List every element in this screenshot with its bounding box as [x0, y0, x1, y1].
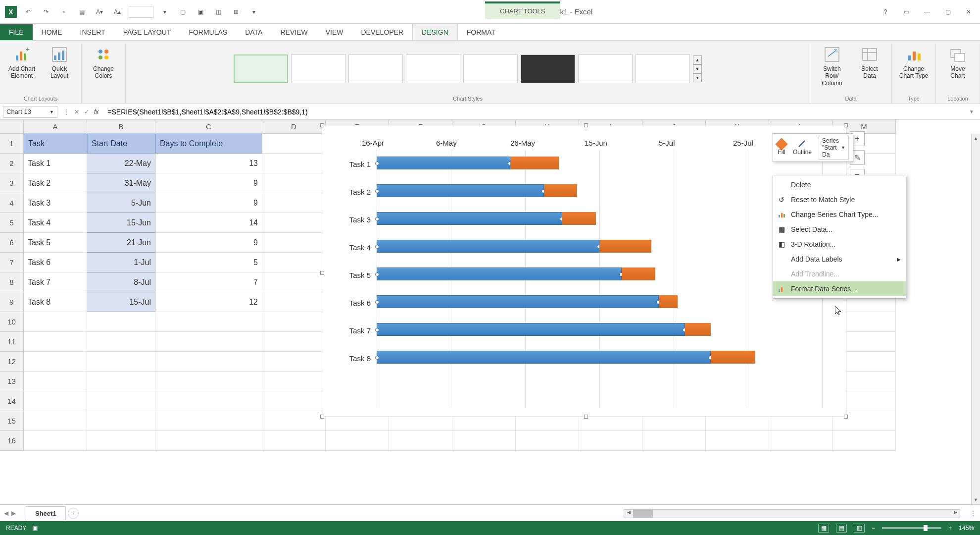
bar-duration-2[interactable]: [562, 212, 596, 225]
view-page-layout-icon[interactable]: ▤: [836, 524, 847, 533]
cell-C9[interactable]: 12: [155, 292, 262, 312]
cell-B1[interactable]: Start Date: [87, 134, 155, 154]
cell-C16[interactable]: [155, 431, 262, 451]
cell-I16[interactable]: [579, 431, 642, 451]
gantt-chart[interactable]: 16-Apr6-May26-May15-Jun5-Jul25-Jul14-Aug…: [322, 125, 846, 417]
cell-B8[interactable]: 8-Jul: [87, 272, 155, 292]
bar-start-4[interactable]: [377, 268, 622, 280]
ribbon-collapse-icon[interactable]: ˄: [973, 526, 976, 532]
add-sheet-button[interactable]: +: [68, 508, 79, 519]
tab-file[interactable]: FILE: [0, 24, 33, 40]
font-shrink-icon[interactable]: A▾: [93, 5, 106, 18]
context-delete[interactable]: Delete: [773, 177, 906, 192]
bar-start-7[interactable]: [377, 351, 711, 364]
style-gallery-down[interactable]: ▼: [693, 64, 702, 73]
sheet-nav-next[interactable]: ▶: [11, 510, 16, 517]
col-header-A[interactable]: A: [24, 120, 87, 134]
zoom-out-button[interactable]: −: [872, 525, 875, 532]
row-header-3[interactable]: 3: [0, 173, 24, 193]
cell-B2[interactable]: 22-May: [87, 154, 155, 173]
row-header-4[interactable]: 4: [0, 193, 24, 213]
macro-record-icon[interactable]: ▣: [32, 525, 38, 532]
cell-B11[interactable]: [87, 332, 155, 352]
cell-B14[interactable]: [87, 391, 155, 411]
cell-A1[interactable]: Task: [24, 134, 87, 154]
cell-D3[interactable]: [262, 173, 326, 193]
cell-D14[interactable]: [262, 391, 326, 411]
ribbon-options-icon[interactable]: ▭: [900, 5, 913, 18]
chart-style-3[interactable]: [348, 54, 403, 83]
cell-C1[interactable]: Days to Complete: [155, 134, 262, 154]
cell-A8[interactable]: Task 7: [24, 272, 87, 292]
cell-C5[interactable]: 14: [155, 213, 262, 233]
close-icon[interactable]: ✕: [962, 5, 975, 18]
cell-C13[interactable]: [155, 372, 262, 391]
cell-K16[interactable]: [706, 431, 769, 451]
cell-A2[interactable]: Task 1: [24, 154, 87, 173]
quick-layout-button[interactable]: Quick Layout: [43, 44, 76, 82]
cell-D11[interactable]: [262, 332, 326, 352]
cell-D6[interactable]: [262, 233, 326, 253]
context-reset[interactable]: ↺ Reset to Match Style: [773, 192, 906, 207]
qat-tool4-icon[interactable]: ⊞: [230, 5, 243, 18]
formula-expand-icon[interactable]: ▼: [966, 109, 977, 114]
row-header-5[interactable]: 5: [0, 213, 24, 233]
col-header-B[interactable]: B: [87, 120, 155, 134]
cell-C4[interactable]: 9: [155, 193, 262, 213]
cell-A7[interactable]: Task 6: [24, 253, 87, 272]
qat-dropdown-icon[interactable]: ▾: [158, 5, 171, 18]
bar-start-3[interactable]: [377, 240, 599, 253]
cell-A5[interactable]: Task 4: [24, 213, 87, 233]
name-box[interactable]: Chart 13▼: [3, 106, 57, 118]
row-header-9[interactable]: 9: [0, 292, 24, 312]
cell-A9[interactable]: Task 8: [24, 292, 87, 312]
bar-duration-0[interactable]: [510, 157, 559, 169]
tab-page-layout[interactable]: PAGE LAYOUT: [114, 24, 180, 40]
change-chart-type-button[interactable]: Change Chart Type: [897, 44, 931, 82]
formula-input[interactable]: [104, 108, 963, 116]
cell-A4[interactable]: Task 3: [24, 193, 87, 213]
cell-C7[interactable]: 5: [155, 253, 262, 272]
font-grow-icon[interactable]: A▴: [111, 5, 124, 18]
accept-formula-icon[interactable]: ✓: [84, 108, 89, 115]
chart-style-5[interactable]: [463, 54, 518, 83]
context-format-series[interactable]: Format Data Series...: [773, 281, 906, 296]
tab-home[interactable]: HOME: [33, 24, 71, 40]
font-size-input[interactable]: [129, 6, 153, 18]
row-header-7[interactable]: 7: [0, 253, 24, 272]
cell-D4[interactable]: [262, 193, 326, 213]
cell-F16[interactable]: [389, 431, 452, 451]
change-colors-button[interactable]: Change Colors: [87, 44, 120, 82]
zoom-in-button[interactable]: +: [948, 525, 952, 532]
row-header-16[interactable]: 16: [0, 431, 24, 451]
cell-D10[interactable]: [262, 312, 326, 332]
bar-duration-5[interactable]: [659, 295, 678, 308]
sheet-nav-prev[interactable]: ◀: [4, 510, 8, 517]
chart-style-7[interactable]: [578, 54, 633, 83]
row-header-14[interactable]: 14: [0, 391, 24, 411]
zoom-slider[interactable]: [882, 527, 941, 529]
cell-D16[interactable]: [262, 431, 326, 451]
tab-view[interactable]: VIEW: [317, 24, 352, 40]
cell-D9[interactable]: [262, 292, 326, 312]
cell-A13[interactable]: [24, 372, 87, 391]
cell-J16[interactable]: [642, 431, 706, 451]
maximize-icon[interactable]: ▢: [941, 5, 954, 18]
minimize-icon[interactable]: —: [921, 5, 933, 18]
cell-C12[interactable]: [155, 352, 262, 372]
cell-L16[interactable]: [769, 431, 833, 451]
tab-format[interactable]: FORMAT: [458, 24, 504, 40]
cell-D8[interactable]: [262, 272, 326, 292]
vertical-scrollbar[interactable]: ▲ ▼: [971, 134, 980, 504]
cell-D5[interactable]: [262, 213, 326, 233]
select-data-button[interactable]: Select Data: [853, 44, 886, 82]
cell-E16[interactable]: [326, 431, 389, 451]
cell-C14[interactable]: [155, 391, 262, 411]
cell-A6[interactable]: Task 5: [24, 233, 87, 253]
bar-start-6[interactable]: [377, 323, 685, 336]
mini-fill-button[interactable]: Fill: [777, 140, 786, 156]
cell-B6[interactable]: 21-Jun: [87, 233, 155, 253]
context-3d-rotation[interactable]: ◧ 3-D Rotation...: [773, 237, 906, 252]
chart-style-6[interactable]: [521, 54, 575, 83]
cell-D2[interactable]: [262, 154, 326, 173]
